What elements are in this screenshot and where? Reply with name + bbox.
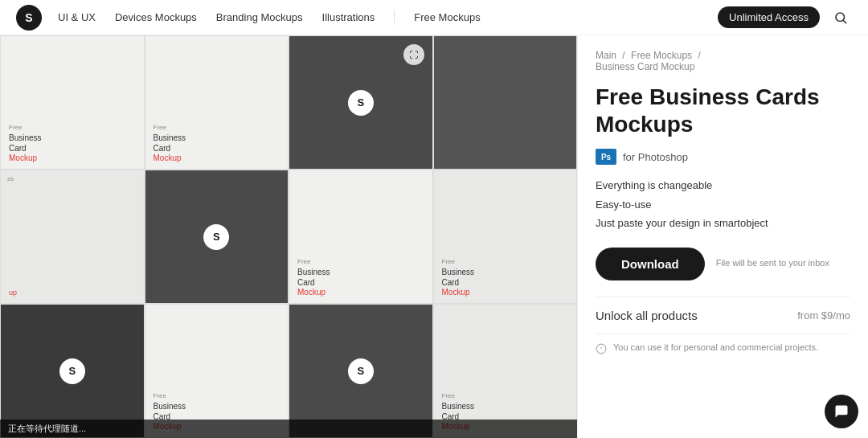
search-button[interactable] (829, 6, 852, 29)
unlock-label: Unlock all products (596, 309, 698, 322)
mockup-card-4 (433, 35, 578, 170)
info-icon (596, 343, 607, 354)
mockup-card-2: Free BusinessCard Mockup (145, 35, 289, 170)
notice-text: You can use it for personal and commerci… (613, 342, 818, 352)
unlock-price: from $9/mo (797, 309, 850, 321)
chat-button[interactable] (825, 395, 858, 428)
card-logo-2: S (203, 224, 229, 250)
nav-devices[interactable]: Devices Mockups (115, 11, 197, 23)
mockup-card-9: S (0, 304, 145, 438)
nav-illustrations[interactable]: Illustrations (322, 11, 375, 23)
mockup-card-12: Free BusinessCard Mockup (433, 304, 578, 438)
product-title: Free Business Cards Mockups (596, 84, 850, 137)
mockup-image-area: Free BusinessCard Mockup Free BusinessCa… (0, 35, 577, 438)
expand-icon (409, 50, 419, 59)
ps-label: for Photoshop (623, 151, 688, 163)
unlimited-access-button[interactable]: Unlimited Access (718, 6, 820, 28)
card-logo-icon: S (348, 90, 374, 116)
card-free-label: Free (9, 124, 136, 131)
unlock-row[interactable]: Unlock all products from $9/mo (596, 297, 850, 334)
nav-branding[interactable]: Branding Mockups (216, 11, 303, 23)
svg-line-1 (843, 20, 845, 23)
product-panel: Main / Free Mockups / Business Card Mock… (577, 35, 868, 438)
header: S UI & UX Devices Mockups Branding Mocku… (0, 0, 868, 35)
card-logo-3: S (59, 358, 85, 384)
mockup-card-10: Free BusinessCard Mockup (145, 304, 289, 438)
main-nav: UI & UX Devices Mockups Branding Mockups… (58, 10, 718, 25)
breadcrumb-main[interactable]: Main (596, 50, 616, 61)
mockup-card-7: Free BusinessCard Mockup (289, 170, 433, 304)
feature-1: Everything is changeable (596, 178, 850, 194)
chat-icon (833, 403, 850, 420)
mockup-card-1: Free BusinessCard Mockup (0, 35, 145, 170)
ps-icon: Ps (596, 149, 616, 165)
header-right: Unlimited Access (718, 6, 852, 29)
search-icon (833, 10, 848, 25)
features-list: Everything is changeable Easy-to-use Jus… (596, 178, 850, 231)
expand-button[interactable] (403, 44, 424, 65)
main-content: Free BusinessCard Mockup Free BusinessCa… (0, 35, 868, 438)
nav-free-mockups[interactable]: Free Mockups (414, 11, 480, 23)
mockup-grid: Free BusinessCard Mockup Free BusinessCa… (0, 35, 577, 438)
breadcrumb-current[interactable]: Business Card Mockup (596, 61, 694, 72)
download-button[interactable]: Download (596, 248, 705, 280)
ps-badge: Ps for Photoshop (596, 149, 850, 165)
nav-divider (394, 10, 395, 25)
card-logo-4: S (348, 358, 374, 384)
status-bar: 正在等待代理随道... (0, 420, 577, 438)
logo[interactable]: S (16, 5, 42, 31)
breadcrumb-free-mockups[interactable]: Free Mockups (631, 50, 692, 61)
breadcrumb: Main / Free Mockups / Business Card Mock… (596, 50, 850, 72)
download-note: File will be sent to your inbox (716, 257, 829, 269)
notice-row: You can use it for personal and commerci… (596, 334, 850, 354)
feature-2: Easy-to-use (596, 197, 850, 213)
mockup-card-8: Free BusinessCard Mockup (433, 170, 578, 304)
feature-3: Just paste your design in smartobject (596, 215, 850, 231)
mockup-card-11: S (289, 304, 433, 438)
nav-ui-ux[interactable]: UI & UX (58, 11, 96, 23)
download-row: Download File will be sent to your inbox (596, 248, 850, 280)
mockup-card-6: S (145, 170, 289, 304)
mockup-card-3: S (289, 35, 433, 170)
mockup-card-5: ss up (0, 170, 145, 304)
